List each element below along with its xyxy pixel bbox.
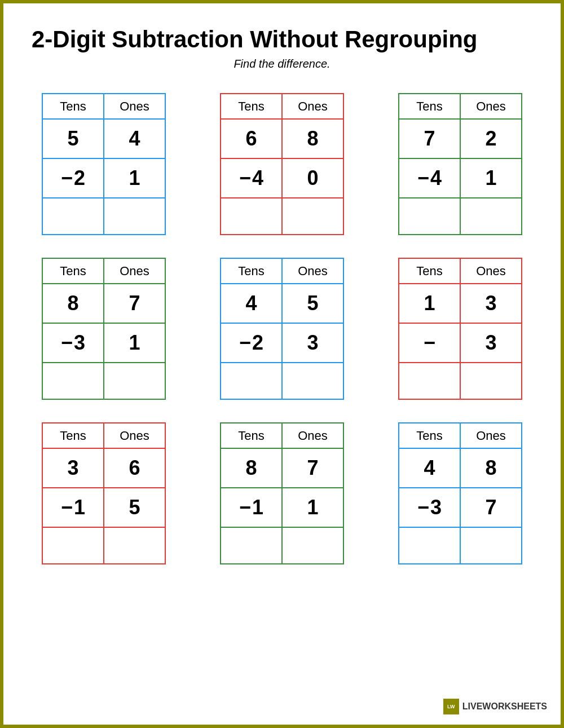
table-header-cell: Ones	[104, 423, 165, 448]
minus-sign: −	[61, 496, 73, 519]
table-cell: −3	[42, 323, 104, 363]
answer-cell[interactable]	[104, 198, 165, 235]
table-header-cell: Tens	[42, 258, 104, 284]
answer-row[interactable]	[42, 363, 165, 399]
table-cell: 8	[460, 448, 522, 488]
table-cell: 0	[282, 158, 343, 198]
table-cell: 6	[221, 119, 282, 158]
answer-row[interactable]	[221, 363, 343, 399]
table-header-cell: Ones	[282, 94, 343, 119]
answer-row[interactable]	[221, 198, 343, 235]
answer-row[interactable]	[221, 527, 343, 564]
table-header-cell: Ones	[460, 423, 522, 448]
table-row: 45	[221, 284, 343, 323]
liveworksheets-branding: LW LIVEWORKSHEETS	[443, 699, 547, 714]
table-header-cell: Tens	[399, 94, 460, 119]
table-cell: 3	[460, 323, 522, 363]
table-cell: 3	[282, 323, 343, 363]
answer-row[interactable]	[399, 363, 522, 399]
table-cell: 3	[42, 448, 104, 488]
table-header-cell: Tens	[42, 423, 104, 448]
answer-cell[interactable]	[42, 198, 104, 235]
table-header-cell: Ones	[282, 423, 343, 448]
answer-cell[interactable]	[221, 363, 282, 399]
table-cell: 5	[282, 284, 343, 323]
table-cell: 1	[282, 488, 343, 527]
answer-cell[interactable]	[104, 527, 165, 564]
subtraction-table-9: TensOnes48−37	[398, 422, 522, 564]
table-cell: −1	[42, 488, 104, 527]
table-cell: 1	[460, 158, 522, 198]
table-cell: 8	[221, 448, 282, 488]
answer-row[interactable]	[42, 198, 165, 235]
page: 2-Digit Subtraction Without Regrouping F…	[0, 0, 564, 728]
table-cell: −	[399, 323, 460, 363]
answer-row[interactable]	[399, 198, 522, 235]
table-cell: −3	[399, 488, 460, 527]
minus-sign: −	[417, 496, 429, 519]
minus-sign: −	[417, 166, 429, 189]
answer-cell[interactable]	[221, 198, 282, 235]
answer-cell[interactable]	[282, 363, 343, 399]
answer-cell[interactable]	[460, 527, 522, 564]
table-header-cell: Tens	[221, 258, 282, 284]
table-cell: 7	[399, 119, 460, 158]
answer-row[interactable]	[399, 527, 522, 564]
subtitle: Find the difference.	[32, 58, 532, 70]
table-row: −15	[42, 488, 165, 527]
table-cell: −4	[221, 158, 282, 198]
minus-sign: −	[61, 331, 73, 354]
table-header-cell: Ones	[460, 258, 522, 284]
table-cell: 2	[460, 119, 522, 158]
table-row: 87	[42, 284, 165, 323]
table-cell: 7	[460, 488, 522, 527]
table-row: −41	[399, 158, 522, 198]
answer-cell[interactable]	[42, 527, 104, 564]
table-row: −11	[221, 488, 343, 527]
table-cell: 1	[104, 323, 165, 363]
lw-text: LIVEWORKSHEETS	[462, 701, 547, 712]
table-cell: 8	[42, 284, 104, 323]
subtraction-table-1: TensOnes54−21	[42, 93, 166, 235]
minus-sign: −	[424, 331, 435, 354]
table-cell: 1	[399, 284, 460, 323]
table-cell: 5	[42, 119, 104, 158]
table-cell: −2	[221, 323, 282, 363]
answer-cell[interactable]	[282, 527, 343, 564]
table-cell: 4	[399, 448, 460, 488]
minus-sign: −	[239, 166, 251, 189]
page-title: 2-Digit Subtraction Without Regrouping	[32, 26, 532, 53]
table-cell: −2	[42, 158, 104, 198]
table-header-cell: Ones	[460, 94, 522, 119]
table-cell: −1	[221, 488, 282, 527]
subtraction-table-3: TensOnes72−41	[398, 93, 522, 235]
answer-row[interactable]	[42, 527, 165, 564]
answer-cell[interactable]	[282, 198, 343, 235]
table-cell: −4	[399, 158, 460, 198]
answer-cell[interactable]	[399, 363, 460, 399]
subtraction-table-2: TensOnes68−40	[220, 93, 344, 235]
subtraction-table-8: TensOnes87−11	[220, 422, 344, 564]
table-header-cell: Tens	[221, 423, 282, 448]
subtraction-table-6: TensOnes13−3	[398, 258, 522, 400]
table-row: 54	[42, 119, 165, 158]
table-header-cell: Tens	[42, 94, 104, 119]
answer-cell[interactable]	[399, 198, 460, 235]
answer-cell[interactable]	[104, 363, 165, 399]
answer-cell[interactable]	[460, 198, 522, 235]
table-cell: 4	[221, 284, 282, 323]
table-cell: 1	[104, 158, 165, 198]
table-cell: 7	[282, 448, 343, 488]
answer-cell[interactable]	[42, 363, 104, 399]
answer-cell[interactable]	[221, 527, 282, 564]
table-cell: 4	[104, 119, 165, 158]
table-row: 48	[399, 448, 522, 488]
table-header-cell: Ones	[104, 258, 165, 284]
table-row: −31	[42, 323, 165, 363]
answer-cell[interactable]	[460, 363, 522, 399]
minus-sign: −	[61, 166, 73, 189]
table-row: 72	[399, 119, 522, 158]
table-row: −23	[221, 323, 343, 363]
answer-cell[interactable]	[399, 527, 460, 564]
table-cell: 5	[104, 488, 165, 527]
